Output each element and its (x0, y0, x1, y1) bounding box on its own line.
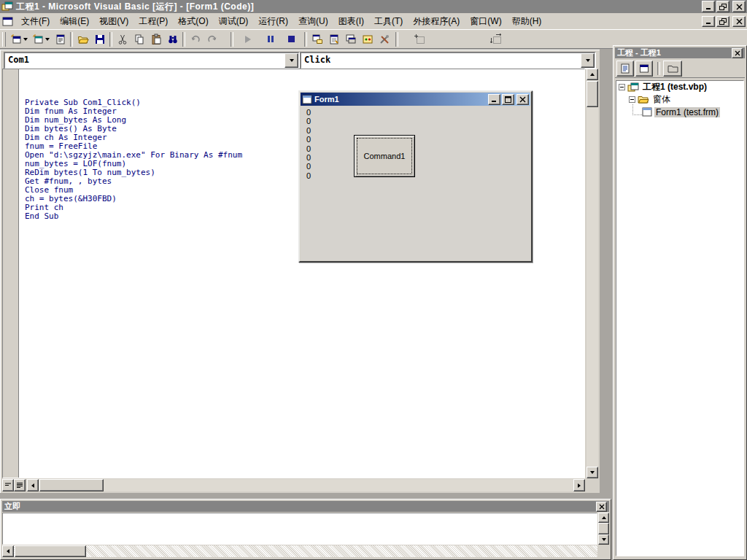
break-icon (268, 36, 274, 42)
add-project-button[interactable] (8, 31, 30, 47)
scroll-track[interactable] (39, 479, 573, 491)
child-close-button[interactable] (732, 16, 746, 27)
procedure-dropdown[interactable]: Click (300, 52, 596, 69)
menu-item[interactable]: 图表(I) (333, 13, 369, 30)
forms-folder-label[interactable]: 窗体 (651, 93, 672, 106)
immediate-hscrollbar[interactable] (2, 545, 597, 557)
code-vscrollbar[interactable] (587, 69, 598, 478)
object-browser-button[interactable] (359, 31, 376, 47)
command1-focus-rect: Command1 (357, 138, 412, 174)
menu-item[interactable]: 工具(T) (369, 13, 408, 30)
child-minimize-button[interactable] (702, 16, 715, 27)
scroll-up-button[interactable] (598, 513, 609, 523)
scroll-down-button[interactable] (587, 467, 598, 478)
scroll-thumb[interactable] (587, 81, 598, 107)
menu-editor-button[interactable] (52, 31, 69, 47)
find-button[interactable] (164, 31, 181, 47)
code-bottom-bar (2, 479, 585, 491)
menu-item[interactable]: 视图(V) (94, 13, 133, 30)
form-close-button[interactable] (516, 94, 529, 105)
menu-item[interactable]: 格式(O) (173, 13, 213, 30)
break-button[interactable] (262, 31, 279, 47)
immediate-content[interactable] (2, 513, 597, 545)
scroll-track[interactable] (587, 80, 598, 467)
properties-window-icon (328, 34, 340, 45)
toggle-folders-button[interactable] (663, 61, 682, 77)
scroll-thumb[interactable] (15, 545, 86, 557)
copy-button[interactable] (131, 31, 147, 47)
scroll-left-button[interactable] (27, 479, 39, 491)
save-project-button[interactable] (91, 31, 108, 47)
menu-item[interactable]: 调试(D) (214, 13, 254, 30)
view-code-icon (620, 63, 630, 74)
immediate-vscrollbar[interactable] (598, 513, 609, 545)
arrow-left-icon (7, 549, 9, 553)
menu-item[interactable]: 窗口(W) (465, 13, 506, 30)
menu-item[interactable]: 文件(F) (16, 13, 55, 30)
paste-button[interactable] (147, 31, 164, 47)
menu-item[interactable]: 运行(R) (253, 13, 293, 30)
restore-button[interactable] (716, 1, 729, 12)
project-tree[interactable]: 工程1 (test.vbp) 窗体 (616, 80, 744, 556)
child-window-icon[interactable] (2, 17, 13, 26)
size-indicator (488, 31, 505, 47)
form-printed-output: 00000000 (306, 108, 311, 180)
scroll-up-button[interactable] (587, 69, 598, 80)
cut-button[interactable] (114, 31, 131, 47)
form-maximize-button[interactable] (502, 94, 514, 105)
project-explorer-button[interactable] (309, 31, 325, 47)
object-dropdown-arrow[interactable] (285, 53, 298, 68)
procedure-view-button[interactable] (2, 479, 14, 491)
scroll-thumb[interactable] (39, 479, 104, 491)
toolbox-button[interactable] (376, 31, 392, 47)
scroll-thumb[interactable] (598, 523, 609, 534)
view-code-button[interactable] (616, 61, 634, 77)
full-module-view-button[interactable] (14, 479, 26, 491)
project-node-label[interactable]: 工程1 (test.vbp) (641, 81, 708, 93)
toolbar-grip[interactable] (2, 32, 6, 47)
menu-item[interactable]: 编辑(E) (55, 13, 94, 30)
scroll-left-button[interactable] (2, 545, 14, 557)
object-dropdown[interactable]: Com1 (4, 52, 300, 69)
immediate-window: 立即 (0, 499, 611, 560)
toolbar-separator (70, 32, 73, 47)
command1-label: Command1 (364, 152, 406, 160)
menu-item[interactable]: 帮助(H) (507, 13, 547, 30)
undo-button[interactable] (187, 31, 204, 47)
tree-row-form1[interactable]: Form1 (test.frm) (616, 106, 743, 118)
add-form-button[interactable] (30, 31, 52, 47)
project-panel-close-button[interactable] (732, 48, 743, 58)
form1-node-label[interactable]: Form1 (test.frm) (654, 107, 720, 117)
project-panel-titlebar[interactable]: 工程 - 工程1 (615, 47, 745, 58)
menu-item[interactable]: 查询(U) (293, 13, 333, 30)
redo-button[interactable] (204, 31, 220, 47)
command1-button[interactable]: Command1 (354, 135, 415, 177)
view-object-button[interactable] (635, 61, 653, 77)
procedure-dropdown-arrow[interactable] (581, 53, 595, 68)
scroll-right-button[interactable] (573, 479, 585, 491)
tree-row-project[interactable]: 工程1 (test.vbp) (616, 81, 743, 93)
menu-item[interactable]: 工程(P) (133, 13, 173, 30)
main-titlebar[interactable]: 工程1 - Microsoft Visual Basic [运行] - [For… (0, 0, 747, 13)
open-project-button[interactable] (74, 31, 91, 47)
end-button[interactable] (283, 31, 300, 47)
collapse-icon[interactable] (619, 84, 625, 90)
menu-item[interactable]: 外接程序(A) (408, 13, 465, 30)
immediate-close-button[interactable] (596, 502, 607, 512)
properties-window-button[interactable] (325, 31, 342, 47)
start-button[interactable] (239, 31, 256, 47)
form1-titlebar[interactable]: Form1 (301, 93, 530, 106)
position-indicator (411, 31, 428, 47)
immediate-titlebar[interactable]: 立即 (2, 501, 609, 512)
form-minimize-button[interactable] (488, 94, 500, 105)
close-button[interactable] (732, 1, 746, 12)
collapse-icon[interactable] (629, 96, 635, 103)
form-layout-button[interactable] (342, 31, 359, 47)
procedure-dropdown-value: Click (301, 53, 581, 68)
printed-value: 0 (306, 126, 311, 135)
code-margin-bar[interactable] (3, 69, 19, 478)
minimize-button[interactable] (702, 1, 715, 12)
scroll-track[interactable] (14, 545, 597, 557)
scroll-down-button[interactable] (598, 534, 609, 545)
child-restore-button[interactable] (716, 16, 729, 27)
